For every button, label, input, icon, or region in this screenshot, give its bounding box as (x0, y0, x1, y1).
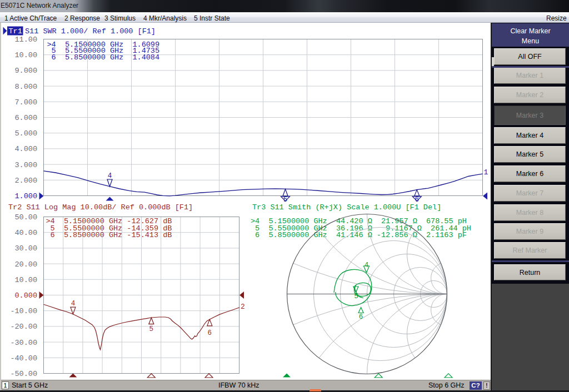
svg-text:4: 4 (71, 300, 76, 308)
svg-text:6: 6 (208, 329, 212, 337)
svg-text:7.000: 7.000 (14, 98, 37, 107)
svg-text:-40.00: -40.00 (10, 354, 37, 363)
svg-text:-50.00: -50.00 (10, 370, 37, 378)
svg-text:3.000: 3.000 (14, 161, 37, 169)
svg-text:-20.00: -20.00 (10, 323, 37, 331)
svg-text:11.00: 11.00 (14, 36, 37, 44)
svg-text:-10.00: -10.00 (10, 307, 37, 315)
svg-text:5: 5 (283, 196, 288, 204)
svg-text:4: 4 (365, 262, 369, 269)
svg-text:5: 5 (354, 293, 358, 300)
svg-text:10.00: 10.00 (14, 51, 37, 59)
svg-text:8.000: 8.000 (14, 83, 37, 91)
svg-text:6: 6 (359, 313, 363, 321)
svg-text:2: 2 (241, 303, 245, 311)
svg-text:Tr3 S11 Smith (R+jX) Scale 1.0: Tr3 S11 Smith (R+jX) Scale 1.000U [F1 De… (252, 203, 441, 212)
svg-text:1.000: 1.000 (14, 192, 37, 200)
svg-text:5: 5 (149, 325, 154, 333)
svg-text:1: 1 (484, 168, 488, 177)
svg-text:6 5.8500000 GHz 1.4084: 6 5.8500000 GHz 1.4084 (47, 53, 160, 62)
svg-text:Tr2 S11 Log Mag 10.00dB/ Ref 0: Tr2 S11 Log Mag 10.00dB/ Ref 0.000dB [F1… (8, 203, 193, 212)
svg-text:2.000: 2.000 (14, 177, 37, 185)
svg-text:50.00: 50.00 (14, 213, 37, 222)
svg-text:6.000: 6.000 (14, 114, 37, 122)
svg-text:0.000: 0.000 (14, 292, 37, 300)
svg-text:10.00: 10.00 (14, 276, 37, 284)
svg-text:5.000: 5.000 (14, 129, 37, 138)
svg-text:S11 SWR 1.000/ Ref 1.000 [F1]: S11 SWR 1.000/ Ref 1.000 [F1] (25, 27, 156, 36)
svg-text:4: 4 (108, 172, 112, 180)
svg-text:-30.00: -30.00 (10, 339, 37, 347)
svg-text:20.00: 20.00 (14, 260, 37, 269)
svg-text:6 5.8500000 GHz 41.146 Ω -12: 6 5.8500000 GHz 41.146 Ω -12.856 Ω 2.116… (251, 231, 467, 239)
svg-text:40.00: 40.00 (14, 229, 37, 237)
svg-text:30.00: 30.00 (14, 244, 37, 253)
svg-text:6 5.8500000 GHz -15.413 dB: 6 5.8500000 GHz -15.413 dB (46, 231, 172, 239)
svg-text:9.000: 9.000 (14, 67, 37, 75)
svg-text:6: 6 (415, 196, 420, 204)
svg-text:4.000: 4.000 (14, 145, 37, 153)
svg-text:Tr1: Tr1 (9, 27, 22, 36)
